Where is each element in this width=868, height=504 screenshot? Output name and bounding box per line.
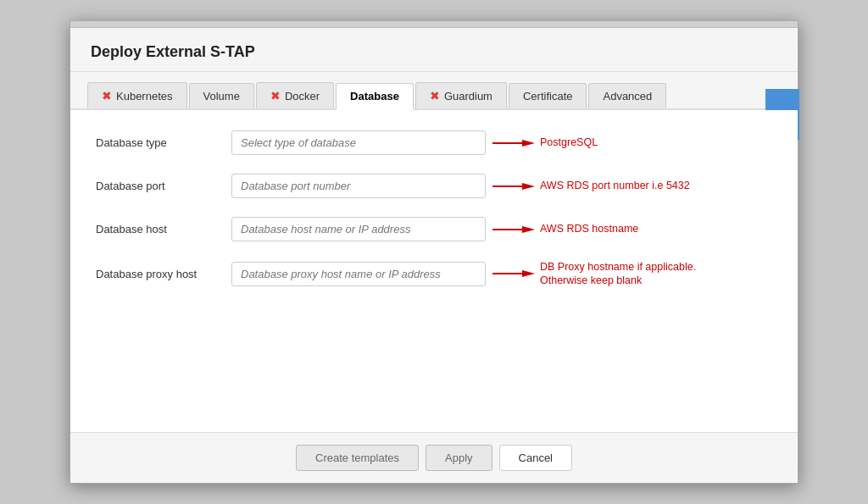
cancel-button[interactable]: Cancel: [499, 445, 572, 471]
form-input-database-proxy-host[interactable]: [231, 262, 486, 286]
form-input-database-port[interactable]: [231, 174, 486, 198]
arrow-icon-database-type: [492, 136, 535, 150]
modal-footer: Create templates Apply Cancel: [70, 432, 798, 483]
tab-volume[interactable]: Volume: [189, 83, 254, 108]
arrow-icon-database-port: [492, 180, 535, 193]
tab-error-icon-docker: ✖: [270, 89, 281, 102]
annotation-text-database-host: AWS RDS hostname: [540, 222, 638, 235]
svg-marker-3: [522, 183, 535, 190]
form-label-database-proxy-host: Database proxy host: [96, 268, 231, 280]
annotation-database-host: AWS RDS hostname: [492, 222, 638, 235]
create-templates-button[interactable]: Create templates: [296, 445, 419, 471]
tabs-row: ✖KubernetesVolume✖DockerDatabase✖Guardiu…: [70, 72, 798, 110]
form-input-database-host[interactable]: [231, 217, 486, 241]
modal-top-bar: [70, 21, 798, 28]
form-label-database-type: Database type: [96, 136, 231, 149]
form-label-database-host: Database host: [96, 223, 231, 235]
tab-label-certificate: Certificate: [523, 90, 573, 102]
modal-header: Deploy External S-TAP: [70, 28, 798, 72]
form-row-database-port: Database portAWS RDS port number i.e 543…: [96, 174, 772, 198]
tab-guardium[interactable]: ✖Guardium: [415, 82, 507, 108]
svg-marker-5: [522, 226, 535, 233]
tab-error-icon-guardium: ✖: [430, 89, 440, 102]
tab-label-volume: Volume: [203, 90, 240, 102]
apply-button[interactable]: Apply: [426, 445, 492, 471]
arrow-icon-database-proxy-host: [492, 267, 535, 280]
annotation-database-port: AWS RDS port number i.e 5432: [492, 179, 690, 192]
tab-docker[interactable]: ✖Docker: [256, 82, 334, 108]
tab-label-database: Database: [350, 90, 399, 102]
arrow-icon-database-host: [492, 223, 535, 236]
tab-certificate[interactable]: Certificate: [509, 83, 587, 108]
annotation-database-type: PostgreSQL: [492, 136, 598, 149]
svg-marker-1: [522, 140, 535, 147]
tab-label-kubernetes: Kubernetes: [116, 90, 173, 102]
modal-dialog: Deploy External S-TAP ✖KubernetesVolume✖…: [70, 20, 798, 484]
tab-kubernetes[interactable]: ✖Kubernetes: [87, 82, 187, 108]
tab-database[interactable]: Database: [336, 83, 414, 110]
tab-label-docker: Docker: [285, 90, 320, 102]
tab-error-icon-kubernetes: ✖: [102, 89, 112, 102]
form-row-database-proxy-host: Database proxy hostDB Proxy hostname if …: [96, 260, 772, 288]
form-row-database-type: Database typePostgreSQL: [96, 130, 772, 155]
annotation-text-database-proxy-host: DB Proxy hostname if applicable. Otherwi…: [540, 260, 709, 288]
modal-title: Deploy External S-TAP: [91, 43, 255, 60]
form-row-database-host: Database hostAWS RDS hostname: [96, 217, 772, 241]
form-input-database-type[interactable]: [231, 130, 486, 155]
tab-label-guardium: Guardium: [444, 90, 492, 102]
svg-marker-7: [522, 270, 535, 277]
form-content: Database typePostgreSQLDatabase portAWS …: [70, 110, 798, 432]
tab-advanced[interactable]: Advanced: [588, 83, 666, 108]
annotation-text-database-type: PostgreSQL: [540, 136, 598, 149]
annotation-text-database-port: AWS RDS port number i.e 5432: [540, 179, 690, 192]
form-label-database-port: Database port: [96, 180, 231, 192]
tab-label-advanced: Advanced: [603, 90, 652, 102]
annotation-database-proxy-host: DB Proxy hostname if applicable. Otherwi…: [492, 260, 709, 288]
